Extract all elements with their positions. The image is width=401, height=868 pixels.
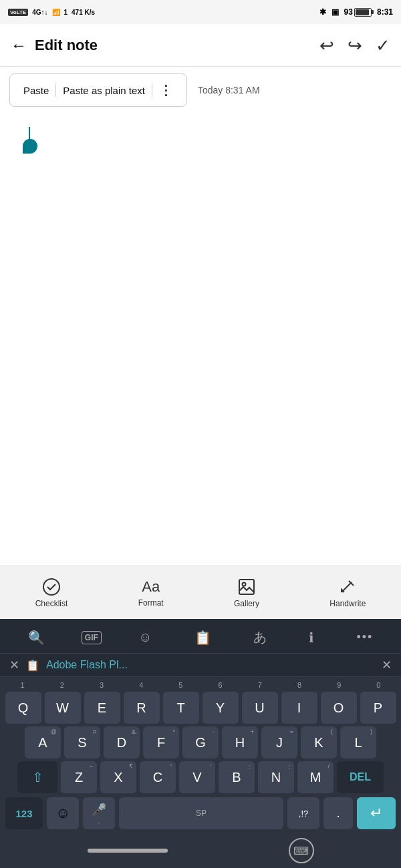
enter-key[interactable]: ↵ <box>357 797 396 829</box>
status-right: ✱ ▣ 93 8:31 <box>319 7 393 17</box>
key-W[interactable]: W <box>45 692 81 724</box>
key-U[interactable]: U <box>242 692 278 724</box>
key-D[interactable]: &D <box>104 726 140 758</box>
wifi-icon: 📶 <box>52 9 60 16</box>
kb-more-icon[interactable]: ••• <box>351 628 378 647</box>
num-hint-5: 5 <box>161 680 200 690</box>
delete-key[interactable]: DEL <box>337 761 384 793</box>
punct-label: ,!? <box>299 809 308 819</box>
handwrite-label: Handwrite <box>329 599 366 608</box>
app-bar: ← Edit note ↩ ↪ ✓ <box>0 24 401 67</box>
toolbar-checklist[interactable]: Checklist <box>35 578 68 608</box>
paste-more-button[interactable]: ⋮ <box>152 78 180 102</box>
key-Z[interactable]: ~Z <box>61 761 97 793</box>
key-T[interactable]: T <box>163 692 199 724</box>
kb-gif-button[interactable]: GIF <box>82 631 102 644</box>
battery-bar <box>354 8 372 17</box>
emoji-key[interactable]: ☺ <box>47 797 79 829</box>
clipboard-icon: 📋 <box>26 659 39 672</box>
cursor-handle[interactable] <box>23 139 37 154</box>
format-icon: Aa <box>142 578 160 596</box>
bluetooth-icon: ✱ <box>319 7 326 17</box>
num-switch-key[interactable]: 123 <box>5 797 43 829</box>
kb-sticker-icon[interactable]: ☺ <box>133 627 157 648</box>
toolbar-gallery[interactable]: Gallery <box>234 578 259 608</box>
battery-fill <box>356 9 369 15</box>
key-S[interactable]: #S <box>64 726 100 758</box>
key-R[interactable]: R <box>124 692 160 724</box>
kb-search-icon[interactable]: 🔍 <box>23 627 50 648</box>
key-P[interactable]: P <box>360 692 396 724</box>
num-hint-2: 2 <box>42 680 82 690</box>
key-M[interactable]: /M <box>297 761 333 793</box>
battery-indicator: 93 <box>344 7 372 17</box>
num-hint-0: 0 <box>359 680 398 690</box>
bottom-toolbar: Checklist Aa Format Gallery Handwrite <box>0 566 401 619</box>
keyboard-top-row: 🔍 GIF ☺ 📋 あ ℹ ••• <box>0 619 401 653</box>
key-J[interactable]: =J <box>261 726 297 758</box>
key-F[interactable]: *F <box>143 726 179 758</box>
undo-button[interactable]: ↩ <box>319 37 334 54</box>
data-speed: 1 <box>64 9 68 16</box>
volte-badge: VoLTE <box>8 9 28 16</box>
mic-icon: 🎤 <box>92 803 106 817</box>
toolbar-format[interactable]: Aa Format <box>138 578 164 608</box>
paste-button[interactable]: Paste <box>17 81 55 100</box>
paste-plain-button[interactable]: Paste as plain text <box>56 81 152 100</box>
key-O[interactable]: O <box>321 692 357 724</box>
svg-rect-1 <box>239 580 254 594</box>
key-A[interactable]: @A <box>25 726 61 758</box>
checklist-label: Checklist <box>35 599 68 608</box>
dot-key[interactable]: . <box>323 797 353 829</box>
gallery-label: Gallery <box>234 599 259 608</box>
key-X[interactable]: ₹X <box>100 761 136 793</box>
mic-key[interactable]: 🎤 , <box>83 797 115 829</box>
kb-clipboard-icon[interactable]: 📋 <box>189 627 217 648</box>
clipboard-row: ✕ 📋 Adobe Flash Pl... ✕ <box>0 653 401 677</box>
num-hint-4: 4 <box>122 680 161 690</box>
key-Q[interactable]: Q <box>5 692 41 724</box>
speed-value: 471 K/s <box>72 9 95 16</box>
key-C[interactable]: "C <box>140 761 176 793</box>
home-gesture-bar[interactable] <box>88 849 168 853</box>
num-hint-7: 7 <box>240 680 279 690</box>
vibrate-icon: ▣ <box>331 7 339 17</box>
back-button[interactable]: ← <box>11 37 27 53</box>
svg-point-0 <box>43 579 59 595</box>
nav-bar: ⌨ <box>0 833 401 868</box>
battery-percent: 93 <box>344 7 353 17</box>
kb-info-icon[interactable]: ℹ <box>303 627 319 648</box>
note-timestamp: Today 8:31 AM <box>198 85 260 95</box>
key-V[interactable]: 'V <box>179 761 215 793</box>
key-G[interactable]: -G <box>182 726 219 758</box>
space-key[interactable]: SP <box>119 797 283 829</box>
keyboard: 🔍 GIF ☺ 📋 あ ℹ ••• ✕ 📋 Adobe Flash Pl... … <box>0 619 401 868</box>
key-H[interactable]: +H <box>222 726 258 758</box>
key-row-3: ⇧ ~Z ₹X "C 'V :B ;N /M DEL <box>0 760 401 795</box>
key-N[interactable]: ;N <box>258 761 294 793</box>
confirm-button[interactable]: ✓ <box>376 37 390 54</box>
key-I[interactable]: I <box>281 692 317 724</box>
key-row-bottom: 123 ☺ 🎤 , SP ,!? . ↵ <box>0 795 401 833</box>
key-Y[interactable]: Y <box>203 692 239 724</box>
key-row-2: @A #S &D *F -G +H =J (K )L <box>0 725 401 760</box>
key-K[interactable]: (K <box>301 726 337 758</box>
space-label: SP <box>196 809 207 818</box>
key-B[interactable]: :B <box>219 761 255 793</box>
note-area[interactable] <box>0 114 401 566</box>
num-hint-1: 1 <box>3 680 42 690</box>
shift-key[interactable]: ⇧ <box>17 761 57 793</box>
punct-key[interactable]: ,!? <box>287 797 319 829</box>
keyboard-icon: ⌨ <box>293 845 309 857</box>
keyboard-toggle-button[interactable]: ⌨ <box>289 838 314 863</box>
num-hint-9: 9 <box>319 680 359 690</box>
toolbar-handwrite[interactable]: Handwrite <box>329 578 366 608</box>
kb-translate-icon[interactable]: あ <box>248 626 272 649</box>
checklist-icon <box>42 578 61 596</box>
redo-button[interactable]: ↪ <box>348 37 362 54</box>
key-L[interactable]: )L <box>340 726 376 758</box>
clipboard-text[interactable]: Adobe Flash Pl... <box>46 659 375 671</box>
clipboard-close-left[interactable]: ✕ <box>9 658 19 672</box>
clipboard-close-right[interactable]: ✕ <box>382 658 392 672</box>
key-E[interactable]: E <box>84 692 120 724</box>
